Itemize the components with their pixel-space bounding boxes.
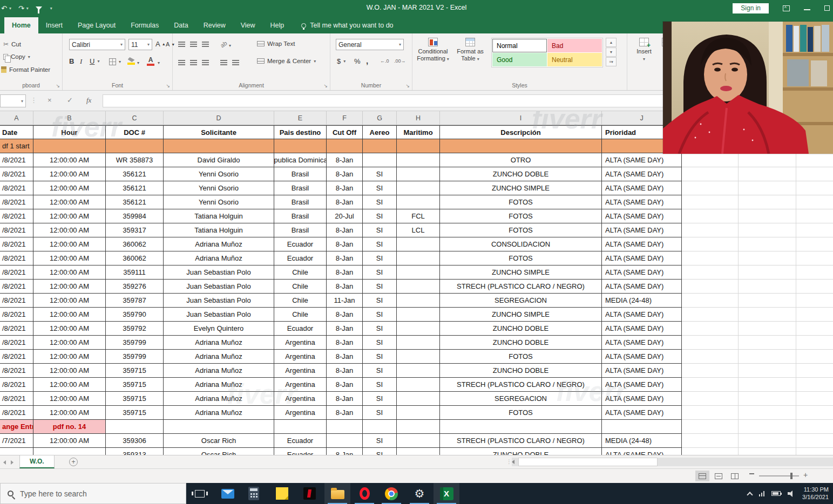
grid-cell[interactable]: SI: [363, 195, 397, 209]
grid-cell[interactable]: [164, 139, 274, 153]
grid-cell[interactable]: [397, 265, 440, 280]
insert-function-icon[interactable]: fx: [86, 96, 91, 105]
grid-cell[interactable]: /8/2021: [0, 153, 33, 167]
grid-cell[interactable]: 12:00:00 AM: [33, 322, 106, 336]
column-header-E[interactable]: E: [274, 111, 327, 125]
grid-cell[interactable]: 8-Jan: [327, 251, 363, 265]
align-left-icon[interactable]: [178, 60, 185, 61]
grid-cell[interactable]: Oscar Rich: [164, 448, 274, 455]
tab-review[interactable]: Review: [196, 17, 233, 33]
grid-cell[interactable]: SEGREGACION: [440, 392, 602, 406]
grid-cell[interactable]: Tatiana Holguin: [164, 209, 274, 223]
grid-cell[interactable]: ZUNCHO SIMPLE: [440, 265, 602, 280]
grid-cell[interactable]: ZUNCHO SIMPLE: [440, 308, 602, 322]
grid-cell[interactable]: [796, 280, 833, 294]
grid-cell[interactable]: [739, 181, 796, 195]
decrease-indent-icon[interactable]: [220, 60, 227, 61]
grid-cell[interactable]: [739, 167, 796, 181]
grid-cell[interactable]: Oscar Rich: [164, 434, 274, 448]
grid-cell[interactable]: [796, 406, 833, 420]
grid-cell[interactable]: [440, 420, 602, 434]
grid-cell[interactable]: MEDIA (24-48): [602, 294, 682, 308]
grid-cell[interactable]: [397, 251, 440, 265]
grid-cell[interactable]: SI: [363, 322, 397, 336]
grid-cell[interactable]: SI: [363, 265, 397, 280]
grid-cell[interactable]: [739, 364, 796, 378]
grid-cell[interactable]: SI: [363, 251, 397, 265]
taskbar-icon-file-explorer[interactable]: [324, 483, 350, 504]
grid-cell[interactable]: Adriana Muñoz: [164, 251, 274, 265]
taskbar-icon-media-app[interactable]: [296, 483, 322, 504]
grid-cell[interactable]: FOTOS: [440, 195, 602, 209]
column-header-H[interactable]: H: [397, 111, 440, 125]
grid-cell[interactable]: OTRO: [440, 153, 602, 167]
grid-cell[interactable]: Aereo: [363, 125, 397, 139]
grid-cell[interactable]: df 1 start: [0, 139, 33, 153]
grid-cell[interactable]: Chile: [274, 294, 327, 308]
grid-cell[interactable]: 8-Jan: [327, 265, 363, 280]
grid-cell[interactable]: ALTA (SAME DAY): [602, 265, 682, 280]
scroll-left-icon[interactable]: [512, 460, 514, 464]
grid-cell[interactable]: 356121: [106, 195, 164, 209]
orientation-dropdown-icon[interactable]: ▾: [229, 43, 231, 48]
grid-cell[interactable]: 359715: [106, 392, 164, 406]
grid-cell[interactable]: Solicitante: [164, 125, 274, 139]
number-format-combo[interactable]: General ▾: [336, 39, 404, 50]
grid-cell[interactable]: [164, 420, 274, 434]
zoom-in-button[interactable]: +: [803, 471, 808, 479]
grid-cell[interactable]: Yenni Osorio: [164, 181, 274, 195]
grid-cell[interactable]: ALTA (SAME DAY): [602, 350, 682, 364]
grid-cell[interactable]: SI: [363, 280, 397, 294]
grid-cell[interactable]: ALTA (SAME DAY): [602, 378, 682, 392]
align-bottom-icon[interactable]: [202, 42, 209, 43]
grid-cell[interactable]: ALTA (SAME DAY): [602, 223, 682, 237]
grid-cell[interactable]: 359787: [106, 294, 164, 308]
grid-cell[interactable]: 12:00:00 AM: [33, 392, 106, 406]
grid-cell[interactable]: Brasil: [274, 223, 327, 237]
grid-cell[interactable]: 356121: [106, 167, 164, 181]
grid-cell[interactable]: [796, 294, 833, 308]
grid-cell[interactable]: [682, 336, 739, 350]
grid-cell[interactable]: Descripción: [440, 125, 602, 139]
grid-cell[interactable]: [33, 139, 106, 153]
grid-cell[interactable]: ALTA (SAME DAY): [602, 364, 682, 378]
grid-cell[interactable]: Yenni Osorio: [164, 195, 274, 209]
grid-cell[interactable]: [796, 420, 833, 434]
taskbar-icon-calculator[interactable]: [241, 483, 267, 504]
taskbar-icon-excel[interactable]: X: [434, 483, 459, 504]
taskbar-icon-mail[interactable]: [215, 483, 241, 504]
tab-help[interactable]: Help: [263, 17, 292, 33]
fill-color-button[interactable]: [127, 57, 135, 65]
underline-button[interactable]: U▾: [90, 57, 99, 65]
grid-cell[interactable]: 8-Jan: [327, 392, 363, 406]
restore-button[interactable]: [824, 5, 830, 11]
font-dialog-launcher-icon[interactable]: ↘: [166, 83, 170, 88]
font-name-combo[interactable]: Calibri ▾: [69, 39, 125, 50]
grid-cell[interactable]: [682, 265, 739, 280]
align-middle-icon[interactable]: [190, 42, 197, 43]
grid-cell[interactable]: /8/2021: [0, 181, 33, 195]
grid-cell[interactable]: [682, 167, 739, 181]
grid-cell[interactable]: Date: [0, 125, 33, 139]
grid-cell[interactable]: [796, 181, 833, 195]
grid-cell[interactable]: /8/2021: [0, 280, 33, 294]
clipboard-dialog-launcher-icon[interactable]: ↘: [56, 83, 60, 88]
zoom-slider-thumb[interactable]: [790, 473, 793, 479]
bold-button[interactable]: B: [69, 57, 74, 65]
tab-data[interactable]: Data: [166, 17, 195, 33]
grid-cell[interactable]: 20-Jul: [327, 209, 363, 223]
grid-cell[interactable]: 12:00:00 AM: [33, 350, 106, 364]
tab-home[interactable]: Home: [4, 17, 38, 33]
increase-decimal-button[interactable]: ←.0: [380, 58, 389, 64]
font-color-button[interactable]: A: [147, 56, 154, 66]
taskbar-clock[interactable]: 11:30 PM 3/16/2021: [802, 486, 829, 501]
grid-cell[interactable]: /8/2021: [0, 167, 33, 181]
grid-cell[interactable]: [397, 392, 440, 406]
grid-cell[interactable]: Juan Sebastian Polo: [164, 308, 274, 322]
style-bad[interactable]: Bad: [547, 39, 602, 52]
grid-cell[interactable]: [397, 336, 440, 350]
grid-cell[interactable]: STRECH (PLASTICO CLARO / NEGRO): [440, 434, 602, 448]
grid-cell[interactable]: [363, 153, 397, 167]
grid-cell[interactable]: 359799: [106, 336, 164, 350]
grid-cell[interactable]: 359317: [106, 223, 164, 237]
